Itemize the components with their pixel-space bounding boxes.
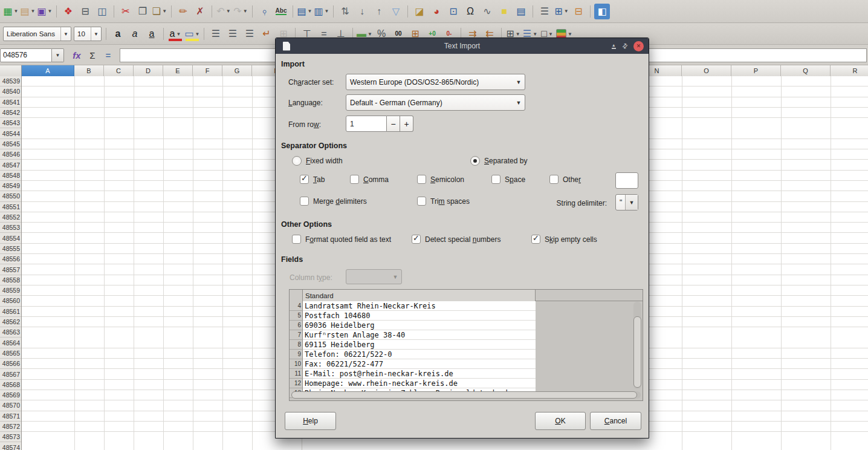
skip-empty-cells-checkbox[interactable]: Skip empty cells: [531, 235, 597, 244]
print-preview-button[interactable]: ◫: [94, 4, 110, 19]
row-header[interactable]: 48574: [0, 443, 21, 450]
align-right-button[interactable]: ☰: [242, 26, 257, 42]
spelling-button[interactable]: Abc: [273, 4, 289, 19]
column-header-D[interactable]: D: [134, 65, 163, 76]
preview-horizontal-scrollbar[interactable]: [291, 391, 641, 399]
dropdown-arrow-icon[interactable]: ▼: [368, 31, 372, 37]
format-quoted-checkbox[interactable]: Format quoted field as text: [292, 235, 391, 244]
space-checkbox[interactable]: Space: [491, 175, 525, 184]
dropdown-arrow-icon[interactable]: ▼: [516, 31, 520, 37]
insert-freeform-line-button[interactable]: ∿: [479, 4, 495, 19]
from-row-input[interactable]: 1: [346, 116, 387, 132]
cut-button[interactable]: ✂: [118, 4, 134, 19]
other-checkbox[interactable]: Other: [549, 175, 581, 184]
dropdown-arrow-icon[interactable]: ▼: [162, 8, 167, 14]
save-button[interactable]: ▣▼: [37, 4, 53, 19]
column-header-E[interactable]: E: [163, 65, 193, 76]
undo-button[interactable]: ↶▼: [216, 4, 232, 19]
column-header-A[interactable]: A: [22, 65, 74, 76]
autofilter-button[interactable]: ▽: [388, 4, 404, 19]
insert-special-character-button[interactable]: Ω: [462, 4, 478, 19]
wrap-text-button[interactable]: ↵: [259, 26, 274, 42]
row-header[interactable]: 48554: [0, 233, 21, 244]
row-header[interactable]: 48569: [0, 390, 21, 400]
sidebar-button[interactable]: ◧: [594, 4, 610, 19]
dialog-titlebar[interactable]: Text Import ▲ ⇅ ✕: [276, 38, 649, 54]
preview-cell[interactable]: E-Mail: post@rhein-neckar-kreis.de: [303, 369, 536, 379]
row-header[interactable]: 48555: [0, 244, 21, 254]
row-header[interactable]: 48556: [0, 254, 21, 264]
column-header-C[interactable]: C: [104, 65, 134, 76]
name-box[interactable]: 048576: [0, 48, 52, 62]
find-and-replace-button[interactable]: ⌕: [256, 4, 272, 19]
insert-rows-button[interactable]: ▤▼: [297, 4, 313, 19]
separated-by-radio[interactable]: Separated by: [470, 156, 527, 166]
dropdown-arrow-icon[interactable]: ▼: [564, 8, 569, 14]
select-all-corner[interactable]: [0, 65, 22, 76]
close-icon[interactable]: ✕: [633, 41, 644, 51]
dropdown-arrow-icon[interactable]: ▼: [308, 8, 313, 14]
row-header[interactable]: 48545: [0, 139, 21, 149]
row-header[interactable]: 48560: [0, 296, 21, 306]
semicolon-checkbox[interactable]: Semicolon: [417, 175, 464, 184]
column-header-P[interactable]: P: [731, 65, 781, 76]
detect-special-numbers-checkbox[interactable]: Detect special numbers: [412, 235, 500, 244]
name-box-dropdown[interactable]: ▼: [52, 48, 64, 62]
clear-formatting-button[interactable]: ✗: [192, 4, 208, 19]
shade-icon[interactable]: ▲: [612, 43, 616, 49]
bold-button[interactable]: a: [110, 26, 126, 42]
chevron-down-icon[interactable]: ▼: [60, 27, 71, 41]
sort-descending-button[interactable]: ↓: [354, 4, 370, 19]
preview-cell[interactable]: Landratsamt Rhein-Neckar-Kreis: [303, 301, 536, 311]
help-button[interactable]: Help: [285, 412, 336, 430]
insert-text-box-button[interactable]: ▤: [513, 4, 529, 19]
sort-ascending-button[interactable]: ↑: [371, 4, 387, 19]
row-header[interactable]: 48543: [0, 118, 21, 128]
preview-cell[interactable]: Fax: 06221/522-477: [303, 359, 536, 369]
dropdown-arrow-icon[interactable]: ▼: [548, 31, 553, 37]
radio-circle[interactable]: [470, 156, 480, 166]
preview-cell[interactable]: Telefon: 06221/522-0: [303, 350, 536, 359]
preview-cell[interactable]: Homepage: www.rhein-neckar-kreis.de: [303, 379, 536, 388]
string-delimiter-dropdown[interactable]: " ▼: [615, 194, 638, 210]
language-dropdown[interactable]: Default - German (Germany) ▼: [346, 94, 525, 111]
row-header[interactable]: 48558: [0, 275, 21, 285]
row-header[interactable]: 48568: [0, 380, 21, 390]
print-button[interactable]: ⊟: [77, 4, 93, 19]
italic-button[interactable]: a: [127, 26, 143, 42]
increment-button[interactable]: +: [400, 116, 413, 132]
dropdown-arrow-icon[interactable]: ▼: [48, 8, 53, 14]
checkbox-box[interactable]: [300, 175, 309, 184]
column-header-G[interactable]: G: [222, 65, 252, 76]
font-size-combobox[interactable]: 10 ▼: [74, 27, 102, 41]
new-spreadsheet-button[interactable]: ▦▼: [3, 4, 19, 19]
copy-button[interactable]: ❐: [135, 4, 151, 19]
dropdown-arrow-icon[interactable]: ▼: [176, 31, 181, 37]
row-header[interactable]: 48542: [0, 108, 21, 118]
row-header[interactable]: 48566: [0, 359, 21, 369]
dropdown-arrow-icon[interactable]: ▼: [226, 8, 231, 14]
checkbox-box[interactable]: [549, 175, 559, 184]
resize-icon[interactable]: ⇅: [620, 42, 629, 50]
column-header-O[interactable]: O: [682, 65, 731, 76]
row-header[interactable]: 48552: [0, 212, 21, 223]
export-pdf-button[interactable]: ❖: [60, 4, 76, 19]
dropdown-arrow-icon[interactable]: ▼: [533, 31, 537, 37]
checkbox-box[interactable]: [417, 175, 426, 184]
row-header[interactable]: 48553: [0, 223, 21, 233]
font-name-combobox[interactable]: Liberation Sans ▼: [3, 27, 71, 41]
row-header[interactable]: 48548: [0, 171, 21, 181]
ok-button[interactable]: OK: [535, 412, 586, 430]
row-header[interactable]: 48540: [0, 86, 21, 97]
other-separator-input[interactable]: [615, 172, 638, 189]
underline-button[interactable]: a: [144, 26, 160, 42]
radio-circle[interactable]: [292, 156, 302, 166]
row-header[interactable]: 48561: [0, 307, 21, 317]
insert-image-button[interactable]: ◪: [412, 4, 427, 19]
checkbox-box[interactable]: [300, 197, 309, 206]
dropdown-arrow-icon[interactable]: ▼: [568, 31, 572, 37]
row-header[interactable]: 48571: [0, 411, 21, 422]
cancel-button[interactable]: Cancel: [590, 412, 641, 430]
highlighting-color-button[interactable]: ▭▼: [184, 26, 200, 42]
checkbox-box[interactable]: [491, 175, 500, 184]
